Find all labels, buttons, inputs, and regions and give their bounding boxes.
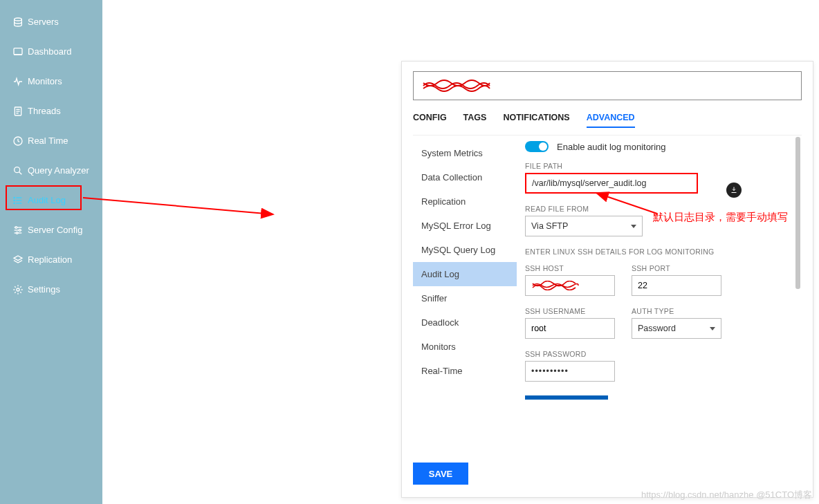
watermark: https://blog.csdn.net/hanzhe @51CTO博客 bbox=[641, 489, 812, 501]
side-item-system-metrics[interactable]: System Metrics bbox=[413, 141, 517, 165]
svg-point-19 bbox=[19, 229, 21, 231]
sidebar-label: Query Analyzer bbox=[28, 165, 89, 176]
ssh-user-label: SSH USERNAME bbox=[525, 307, 615, 315]
clock-icon bbox=[12, 136, 28, 147]
svg-rect-1 bbox=[14, 48, 22, 54]
auth-type-label: AUTH TYPE bbox=[632, 307, 721, 315]
sidebar-item-monitors[interactable]: Monitors bbox=[0, 66, 102, 96]
form-area: Enable audit log monitoring FILE PATH RE… bbox=[517, 136, 802, 453]
pulse-icon bbox=[12, 76, 28, 87]
side-item-mysql-error-log[interactable]: MySQL Error Log bbox=[413, 214, 517, 238]
ssh-host-input[interactable] bbox=[525, 275, 615, 296]
save-button[interactable]: SAVE bbox=[413, 463, 468, 485]
redacted-ssh-host bbox=[531, 281, 580, 290]
auth-type-value: Password bbox=[638, 324, 676, 333]
auth-type-select[interactable]: Password bbox=[632, 318, 721, 339]
sidebar-label: Real Time bbox=[28, 136, 68, 146]
side-item-sniffer[interactable]: Sniffer bbox=[413, 286, 517, 310]
server-name-input[interactable] bbox=[413, 71, 802, 100]
gear-icon bbox=[12, 284, 28, 295]
svg-point-0 bbox=[15, 18, 22, 21]
sliders-icon bbox=[12, 225, 28, 236]
config-panel: CONFIG TAGS NOTIFICATIONS ADVANCED Syste… bbox=[401, 61, 813, 498]
read-from-value: Via SFTP bbox=[531, 221, 568, 231]
server-icon bbox=[12, 17, 28, 28]
enable-audit-toggle[interactable] bbox=[525, 141, 549, 152]
dashboard-icon bbox=[12, 46, 28, 57]
ssh-port-label: SSH PORT bbox=[632, 264, 721, 272]
svg-line-23 bbox=[83, 198, 273, 214]
search-icon bbox=[12, 165, 28, 176]
ssh-port-input[interactable] bbox=[632, 275, 721, 296]
tab-notifications[interactable]: NOTIFICATIONS bbox=[503, 113, 569, 128]
svg-point-20 bbox=[16, 232, 18, 234]
svg-point-21 bbox=[17, 288, 19, 291]
download-icon[interactable] bbox=[726, 183, 742, 198]
progress-bar bbox=[525, 395, 608, 400]
sidebar-label: Monitors bbox=[28, 76, 62, 86]
sidebar-label: Servers bbox=[28, 17, 59, 27]
sidebar-item-replication[interactable]: Replication bbox=[0, 245, 102, 274]
side-item-replication[interactable]: Replication bbox=[413, 189, 517, 214]
svg-point-7 bbox=[15, 167, 20, 172]
sidebar-item-query-analyzer[interactable]: Query Analyzer bbox=[0, 156, 102, 185]
sidebar-item-dashboard[interactable]: Dashboard bbox=[0, 37, 102, 66]
svg-point-18 bbox=[15, 226, 17, 228]
ssh-section-label: ENTER LINUX SSH DETAILS FOR LOG MONITORI… bbox=[525, 248, 798, 256]
tab-config[interactable]: CONFIG bbox=[413, 113, 447, 128]
redacted-server-name bbox=[422, 79, 491, 93]
ssh-pw-label: SSH PASSWORD bbox=[525, 350, 798, 358]
file-path-label: FILE PATH bbox=[525, 162, 798, 170]
svg-line-8 bbox=[19, 171, 22, 174]
ssh-host-label: SSH HOST bbox=[525, 264, 615, 272]
side-item-data-collection[interactable]: Data Collection bbox=[413, 165, 517, 189]
sidebar-label: Settings bbox=[28, 284, 60, 295]
tab-tags[interactable]: TAGS bbox=[463, 113, 487, 128]
ssh-user-input[interactable] bbox=[525, 318, 615, 339]
sidebar-label: Dashboard bbox=[28, 46, 72, 57]
sidebar-item-servers[interactable]: Servers bbox=[0, 7, 102, 37]
annotation-highlight-sidebar bbox=[6, 185, 82, 210]
layers-icon bbox=[12, 254, 28, 265]
advanced-side-list: System Metrics Data Collection Replicati… bbox=[413, 136, 517, 453]
sidebar-item-settings[interactable]: Settings bbox=[0, 274, 102, 304]
sidebar-item-threads[interactable]: Threads bbox=[0, 96, 102, 126]
document-icon bbox=[12, 106, 28, 117]
sidebar-item-realtime[interactable]: Real Time bbox=[0, 126, 102, 156]
sidebar-label: Threads bbox=[28, 106, 61, 116]
config-body: System Metrics Data Collection Replicati… bbox=[413, 135, 802, 453]
toggle-label: Enable audit log monitoring bbox=[557, 142, 666, 152]
side-item-monitors[interactable]: Monitors bbox=[413, 335, 517, 359]
tab-advanced[interactable]: ADVANCED bbox=[587, 113, 635, 128]
annotation-text: 默认日志目录，需要手动填写 bbox=[653, 209, 805, 225]
side-item-mysql-query-log[interactable]: MySQL Query Log bbox=[413, 238, 517, 262]
annotation-arrow-main bbox=[80, 192, 280, 220]
sidebar-label: Server Config bbox=[28, 225, 82, 235]
sidebar-label: Replication bbox=[28, 254, 72, 265]
side-item-deadlock[interactable]: Deadlock bbox=[413, 310, 517, 335]
side-item-audit-log[interactable]: Audit Log bbox=[413, 262, 517, 286]
svg-line-25 bbox=[596, 193, 657, 214]
sidebar: Servers Dashboard Monitors Threads Real … bbox=[0, 0, 102, 504]
tab-bar: CONFIG TAGS NOTIFICATIONS ADVANCED bbox=[413, 113, 802, 128]
ssh-pw-input[interactable]: •••••••••• bbox=[525, 361, 615, 382]
side-item-realtime[interactable]: Real-Time bbox=[413, 359, 517, 383]
